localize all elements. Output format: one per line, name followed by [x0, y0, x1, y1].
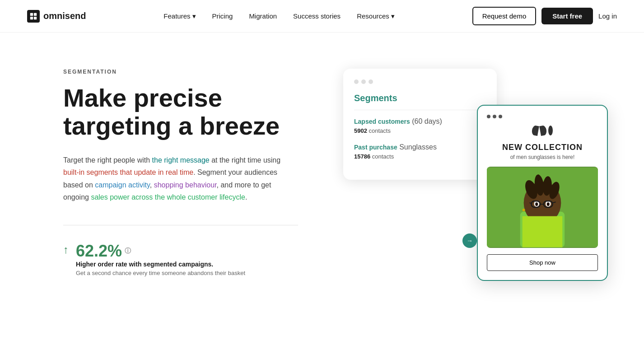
stat-label: Higher order rate with segmented campaig… — [76, 261, 245, 268]
card-dots — [354, 79, 486, 84]
dot-1 — [354, 79, 359, 84]
dot-3 — [369, 79, 373, 84]
email-dot-2 — [493, 115, 496, 118]
email-brand-logo — [487, 126, 598, 135]
svg-rect-0 — [30, 13, 33, 15]
nav-migration[interactable]: Migration — [249, 12, 277, 20]
chevron-down-icon: ▾ — [391, 12, 395, 20]
segment-name-lapsed: Lapsed customers (60 days) — [354, 117, 486, 126]
nav-links: Features ▾ Pricing Migration Success sto… — [163, 12, 395, 20]
login-button[interactable]: Log in — [598, 12, 617, 20]
segment-name-past-purchase: Past purchase Sunglasses — [354, 143, 486, 151]
hero-title: Make precise targeting a breeze — [63, 84, 298, 140]
stat-block: 62.2% ⓘ Higher order rate with segmented… — [76, 242, 245, 276]
shop-now-button[interactable]: Shop now — [487, 254, 598, 271]
segment-count-past-purchase: 15786 contacts — [354, 153, 486, 160]
email-collection-sub: of men sunglasses is here! — [487, 154, 598, 160]
logo-icon — [27, 10, 40, 23]
chevron-down-icon: ▾ — [192, 12, 196, 20]
start-free-button[interactable]: Start free — [541, 8, 593, 24]
nav-features[interactable]: Features ▾ — [163, 12, 196, 20]
email-card-dots — [487, 115, 598, 118]
svg-rect-2 — [30, 16, 33, 19]
email-preview-card: NEW COLLECTION of men sunglasses is here… — [477, 105, 608, 281]
hero-left: SEGMENTATION Make precise targeting a br… — [63, 69, 298, 276]
segment-item-lapsed: Lapsed customers (60 days) 5902 contacts — [354, 117, 486, 134]
email-product-image — [487, 167, 598, 248]
nav-actions: Request demo Start free Log in — [472, 7, 617, 25]
request-demo-button[interactable]: Request demo — [472, 7, 537, 25]
brand-shape-3 — [548, 126, 553, 135]
person-illustration — [487, 167, 598, 248]
nav-success-stories[interactable]: Success stories — [293, 12, 341, 20]
brand-shape-2 — [539, 125, 547, 136]
nav-pricing[interactable]: Pricing — [212, 12, 233, 20]
svg-line-18 — [529, 203, 531, 203]
connector-arrow: → — [462, 233, 477, 248]
stat-row: ↑ 62.2% ⓘ Higher order rate with segment… — [63, 242, 298, 276]
svg-point-14 — [547, 202, 550, 206]
segments-card: Segments Lapsed customers (60 days) 5902… — [343, 69, 497, 180]
svg-rect-20 — [523, 216, 563, 247]
info-icon[interactable]: ⓘ — [125, 247, 131, 255]
main-content: SEGMENTATION Make precise targeting a br… — [0, 33, 644, 322]
arrow-up-icon: ↑ — [63, 243, 69, 256]
email-collection-title: NEW COLLECTION — [487, 143, 598, 152]
hero-description: Target the right people with the right m… — [63, 154, 298, 203]
hero-right: Segments Lapsed customers (60 days) 5902… — [316, 69, 617, 294]
svg-rect-1 — [34, 13, 37, 15]
svg-point-21 — [523, 209, 525, 211]
stat-sublabel: Get a second chance every time someone a… — [76, 270, 245, 276]
email-dot-1 — [487, 115, 490, 118]
stat-number: 62.2% ⓘ — [76, 242, 245, 261]
logo-text: omnisend — [43, 11, 86, 21]
navbar: omnisend Features ▾ Pricing Migration Su… — [0, 0, 644, 33]
nav-resources[interactable]: Resources ▾ — [357, 12, 395, 20]
divider — [63, 225, 298, 225]
brand-shape-1 — [531, 125, 539, 136]
dot-2 — [361, 79, 366, 84]
svg-rect-3 — [34, 16, 37, 19]
segments-card-title: Segments — [354, 93, 486, 110]
logo[interactable]: omnisend — [27, 10, 86, 23]
section-label: SEGMENTATION — [63, 69, 298, 75]
svg-point-13 — [535, 202, 538, 206]
segment-item-past-purchase: Past purchase Sunglasses 15786 contacts — [354, 143, 486, 160]
segment-count-lapsed: 5902 contacts — [354, 127, 486, 134]
email-dot-3 — [499, 115, 502, 118]
